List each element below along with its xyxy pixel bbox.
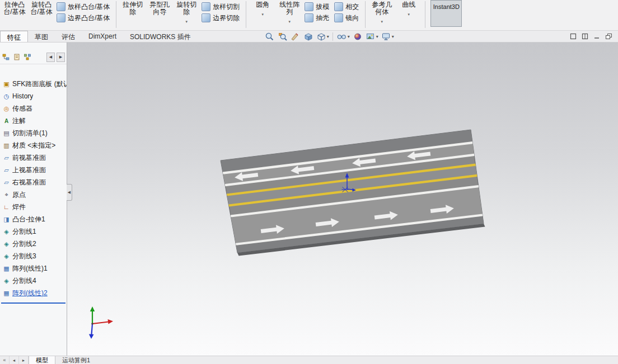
loft-cut-button[interactable]: 放样切割 xyxy=(200,1,243,12)
tab-solidworks-addins[interactable]: SOLIDWORKS 插件 xyxy=(123,31,198,42)
plane-icon xyxy=(2,179,11,186)
display-style-button[interactable] xyxy=(315,32,330,41)
revolve-boss-button[interactable]: 旋转凸台/基体 xyxy=(28,0,55,30)
zoom-area-icon xyxy=(278,32,288,41)
tab-dimxpert[interactable]: DimXpert xyxy=(82,31,123,42)
minimize-window-button[interactable] xyxy=(593,33,600,40)
tree-item-history[interactable]: History xyxy=(0,90,67,102)
tree-item-front-plane[interactable]: 前视基准面 xyxy=(0,152,67,164)
curves-button[interactable]: 曲线 xyxy=(395,0,422,30)
tree-item-weldment[interactable]: 焊件 xyxy=(0,201,67,213)
dropdown-caret-icon[interactable] xyxy=(185,17,188,22)
tree-item-annotations[interactable]: 注解 xyxy=(0,115,67,127)
zoom-fit-button[interactable] xyxy=(264,32,276,41)
tree-item-boss-extrude1[interactable]: 凸台-拉伸1 xyxy=(0,213,67,225)
tree-item-split-line3[interactable]: 分割线3 xyxy=(0,250,67,262)
first-tab-button[interactable] xyxy=(0,356,10,364)
tab-features[interactable]: 特征 xyxy=(0,31,28,42)
revolve-cut-label: 旋转切除 xyxy=(175,1,198,16)
fillet-button[interactable]: 圆角 xyxy=(249,0,276,30)
tree-item-sensors[interactable]: 传感器 xyxy=(0,102,67,115)
tree-item-origin[interactable]: 原点 xyxy=(0,188,67,201)
split-line-icon xyxy=(2,253,11,259)
tree-item-cut-list[interactable]: 切割清单(1) xyxy=(0,127,67,139)
previous-tab-button[interactable] xyxy=(10,356,19,364)
display-style-icon xyxy=(316,32,326,41)
dropdown-caret-icon[interactable] xyxy=(288,17,291,22)
tab-evaluate[interactable]: 评估 xyxy=(55,31,82,42)
instant3d-toggle-button[interactable]: Instant3D xyxy=(430,0,462,27)
section-view-button[interactable] xyxy=(289,32,302,41)
intersect-button[interactable]: 相交 xyxy=(333,1,362,12)
tree-item-right-plane[interactable]: 右视基准面 xyxy=(0,176,67,188)
restore-icon xyxy=(605,33,612,40)
tree-item-pattern-linear1[interactable]: 阵列(线性)1 xyxy=(0,262,67,275)
pattern-icon xyxy=(2,290,11,296)
annotations-icon xyxy=(2,118,11,124)
view-orientation-button[interactable] xyxy=(302,32,315,41)
edit-appearance-button[interactable] xyxy=(352,32,364,41)
tree-item-split-line1[interactable]: 分割线1 xyxy=(0,225,67,238)
apply-scene-button[interactable] xyxy=(364,32,380,41)
tree-item-split-line4[interactable]: 分割线4 xyxy=(0,275,67,287)
draft-button[interactable]: 拔模 xyxy=(303,1,333,12)
mirror-button[interactable]: 镜向 xyxy=(333,12,362,23)
revolve-cut-button[interactable]: 旋转切除 xyxy=(173,0,200,30)
next-tab-button[interactable] xyxy=(19,356,29,364)
triad-x-axis xyxy=(108,319,114,324)
feature-manager-tab-icon[interactable] xyxy=(2,53,11,62)
hole-wizard-label: 异型孔向导 xyxy=(148,1,171,16)
material-icon xyxy=(2,143,11,149)
extrude-boss-label: 拉伸凸台/基体 xyxy=(3,1,26,16)
reference-geometry-button[interactable]: 参考几何体 xyxy=(368,0,395,30)
boundary-boss-label: 边界凸台/基体 xyxy=(68,13,110,23)
extrude-cut-button[interactable]: 拉伸切除 xyxy=(119,0,146,30)
main-area: SFK路面底板 (默认< History 传感器 注解 切割清单(1) xyxy=(0,42,618,356)
tree-item-pattern-linear2[interactable]: 阵列(线性)2 xyxy=(0,287,67,299)
extrude-boss-button[interactable]: 拉伸凸台/基体 xyxy=(1,0,28,30)
model-canvas[interactable] xyxy=(67,42,618,356)
dropdown-caret-icon[interactable] xyxy=(407,10,410,15)
tab-sketch[interactable]: 草图 xyxy=(28,31,55,42)
tab-model[interactable]: 模型 xyxy=(29,356,55,364)
road-model[interactable] xyxy=(221,130,485,256)
view-settings-button[interactable] xyxy=(380,32,395,41)
hide-show-button[interactable] xyxy=(335,32,351,41)
command-manager-ribbon: 拉伸凸台/基体 旋转凸台/基体 放样凸台/基体 边界凸台/基体 拉伸切除 异型孔… xyxy=(0,0,618,31)
dropdown-caret-icon[interactable] xyxy=(261,10,264,15)
rollback-bar[interactable] xyxy=(1,302,65,304)
loft-cut-label: 放样切割 xyxy=(213,2,240,12)
shell-button[interactable]: 抽壳 xyxy=(303,12,333,23)
command-tab-bar: 特征 草图 评估 DimXpert SOLIDWORKS 插件 xyxy=(0,31,618,42)
graphics-area[interactable] xyxy=(67,42,618,356)
dropdown-caret-icon[interactable] xyxy=(380,17,383,22)
zoom-area-button[interactable] xyxy=(277,32,289,41)
loft-boss-icon xyxy=(57,2,65,11)
window-pane-button[interactable] xyxy=(570,33,577,40)
solidworks-window: 拉伸凸台/基体 旋转凸台/基体 放样凸台/基体 边界凸台/基体 拉伸切除 异型孔… xyxy=(0,0,618,364)
restore-window-button[interactable] xyxy=(605,33,612,40)
tree-item-material[interactable]: 材质 <未指定> xyxy=(0,139,67,152)
minimize-icon xyxy=(593,33,600,40)
intersect-icon xyxy=(334,2,343,11)
property-manager-tab-icon[interactable] xyxy=(12,53,21,62)
tab-motion-study1[interactable]: 运动算例1 xyxy=(55,356,97,364)
panel-scroll-left-button[interactable] xyxy=(46,53,55,62)
shell-label: 抽壳 xyxy=(316,13,329,23)
boundary-boss-button[interactable]: 边界凸台/基体 xyxy=(55,12,113,23)
split-line-icon xyxy=(2,241,11,247)
tree-item-part-root[interactable]: SFK路面底板 (默认< xyxy=(0,78,67,90)
linear-pattern-button[interactable]: 线性阵列 xyxy=(276,0,303,30)
panel-collapse-handle[interactable] xyxy=(67,184,72,201)
extrude-icon xyxy=(2,216,11,223)
loft-boss-button[interactable]: 放样凸台/基体 xyxy=(55,1,113,12)
boundary-cut-button[interactable]: 边界切除 xyxy=(200,12,243,23)
hole-wizard-button[interactable]: 异型孔向导 xyxy=(146,0,173,30)
tree-item-top-plane[interactable]: 上视基准面 xyxy=(0,164,67,176)
configuration-manager-tab-icon[interactable] xyxy=(23,53,32,62)
split-icon xyxy=(582,33,588,40)
tree-item-split-line2[interactable]: 分割线2 xyxy=(0,238,67,250)
mirror-label: 镜向 xyxy=(345,13,359,23)
panel-scroll-right-button[interactable] xyxy=(57,53,65,62)
window-split-button[interactable] xyxy=(582,33,588,40)
